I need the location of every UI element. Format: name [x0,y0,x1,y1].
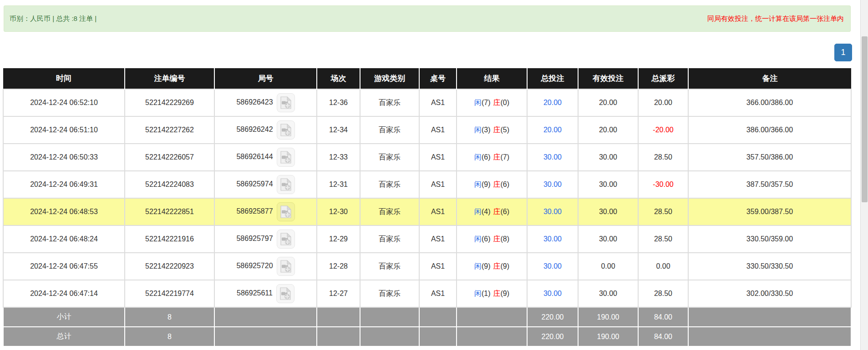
player-result-score: (7) [482,99,491,106]
scrollbar-thumb[interactable] [862,36,868,202]
round-cell: 586925877 [214,198,317,225]
col-header-time: 时间 [3,68,125,89]
banker-result-label: 庄 [493,126,501,134]
total-bet-link[interactable]: 30.00 [543,208,562,215]
page-1-button[interactable]: 1 [834,44,852,61]
table-row[interactable]: 2024-12-24 06:48:24 522142221916 5869257… [3,225,851,253]
banker-result-label: 庄 [493,180,501,188]
total-bet-link[interactable]: 30.00 [543,180,562,188]
video-file-icon [280,150,292,164]
player-result-score: (6) [482,235,491,243]
valid-bet: 30.00 [578,225,638,253]
banker-result-label: 庄 [493,153,501,161]
player-result-label: 闲 [474,153,482,161]
banker-result-score: (6) [501,208,510,215]
total-bet-link[interactable]: 30.00 [543,262,562,270]
table-row[interactable]: 2024-12-24 06:47:14 522142219774 5869256… [3,280,851,307]
player-result-label: 闲 [474,126,482,134]
col-header-session: 场次 [317,68,360,89]
video-replay-button[interactable] [277,148,295,167]
player-result-label: 闲 [474,290,482,297]
video-replay-button[interactable] [276,284,294,303]
banker-result-score: (9) [501,290,510,297]
vertical-scrollbar[interactable] [860,0,868,350]
remark: 330.50/330.50 [688,253,851,280]
table-row[interactable]: 2024-12-24 06:49:31 522142224083 5869259… [3,171,851,198]
video-replay-button[interactable] [277,202,295,221]
session-number: 12-34 [317,116,360,144]
payout-cell: 0.00 [638,253,688,280]
video-replay-button[interactable] [277,93,295,112]
round-number: 586925611 [237,289,273,297]
subtotal-payout: 84.00 [638,307,688,327]
total-bet-link[interactable]: 20.00 [543,99,562,106]
video-file-icon [280,96,292,110]
col-header-remark: 备注 [688,68,851,89]
game-type: 百家乐 [360,89,419,116]
remark: 359.00/387.50 [688,198,851,225]
payout-cell: 28.50 [638,144,688,171]
table-row[interactable]: 2024-12-24 06:50:33 522142226057 5869261… [3,144,851,171]
total-bet-link[interactable]: 30.00 [543,290,562,297]
bet-id: 522142219774 [125,280,214,307]
player-result-label: 闲 [474,235,482,243]
video-replay-button[interactable] [277,257,295,276]
session-number: 12-28 [317,253,360,280]
col-header-bet-id: 注单编号 [125,68,214,89]
result-cell: 闲(6)庄(7) [457,144,527,171]
bet-time: 2024-12-24 06:52:10 [3,89,125,116]
round-cell: 586926423 [214,89,317,116]
bet-time: 2024-12-24 06:50:33 [3,144,125,171]
table-number: AS1 [419,225,457,253]
video-replay-button[interactable] [277,230,295,249]
col-header-table-no: 桌号 [419,68,457,89]
payout-value: 20.00 [654,99,672,106]
video-file-icon [280,123,292,137]
round-cell: 586926242 [214,116,317,144]
grand-total-count: 8 [125,327,214,346]
col-header-total-bet: 总投注 [527,68,578,89]
video-replay-button[interactable] [277,120,295,140]
remark: 302.00/330.50 [688,280,851,307]
player-result-score: (3) [482,126,491,134]
round-number: 586926144 [236,153,273,160]
player-result-score: (9) [482,262,491,270]
banker-result-score: (5) [501,126,510,134]
payout-value: 28.50 [654,235,672,243]
banker-result-score: (7) [501,153,510,161]
round-number: 586925974 [236,180,273,188]
round-cell: 586925974 [214,171,317,198]
total-bet-link[interactable]: 20.00 [543,126,562,134]
round-cell: 586925611 [214,280,317,307]
game-type: 百家乐 [360,280,419,307]
grand-total-total-bet: 220.00 [527,327,578,346]
payout-cell: 28.50 [638,198,688,225]
table-row[interactable]: 2024-12-24 06:51:10 522142227262 5869262… [3,116,851,144]
total-bet-link[interactable]: 30.00 [543,153,562,161]
valid-bet: 20.00 [578,89,638,116]
video-replay-button[interactable] [277,175,295,194]
total-bet-cell: 30.00 [527,253,578,280]
result-cell: 闲(7)庄(0) [457,89,527,116]
player-result-score: (4) [482,208,491,215]
table-row[interactable]: 2024-12-24 06:48:53 522142222851 5869258… [3,198,851,225]
session-number: 12-29 [317,225,360,253]
remark: 366.00/386.00 [688,89,851,116]
table-row[interactable]: 2024-12-24 06:52:10 522142229269 5869264… [3,89,851,116]
round-cell: 586926144 [214,144,317,171]
bet-records-table: 时间 注单编号 局号 场次 游戏类别 桌号 结果 总投注 有效投注 总派彩 备注… [3,68,852,347]
table-header-row: 时间 注单编号 局号 场次 游戏类别 桌号 结果 总投注 有效投注 总派彩 备注 [3,68,851,89]
game-type: 百家乐 [360,253,419,280]
banker-result-score: (9) [501,262,510,270]
result-cell: 闲(3)庄(5) [457,116,527,144]
player-result-label: 闲 [474,262,482,270]
round-number: 586926242 [236,125,273,133]
session-number: 12-30 [317,198,360,225]
session-number: 12-27 [317,280,360,307]
table-number: AS1 [419,89,457,116]
total-bet-cell: 30.00 [527,198,578,225]
game-type: 百家乐 [360,116,419,144]
player-result-score: (6) [482,153,491,161]
total-bet-link[interactable]: 30.00 [543,235,562,243]
table-row[interactable]: 2024-12-24 06:47:55 522142220923 5869257… [3,253,851,280]
